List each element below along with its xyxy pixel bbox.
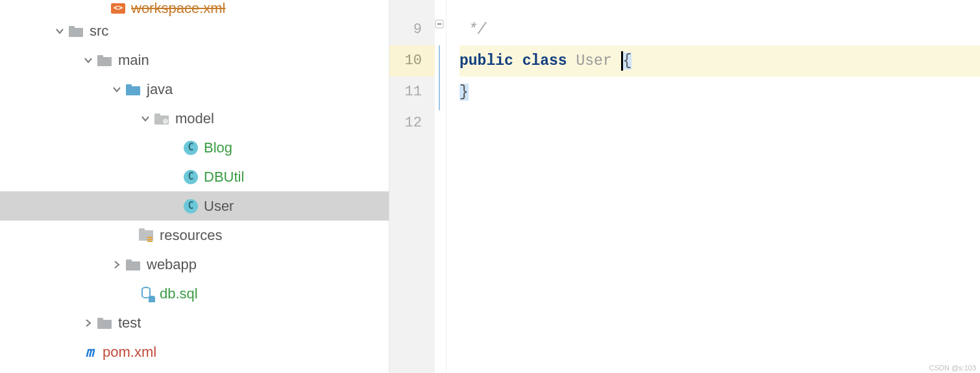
tree-label: db.sql [160, 279, 198, 308]
tree-label: resources [160, 221, 223, 250]
tree-label: DBUtil [204, 162, 244, 191]
fold-line [439, 45, 440, 110]
code-area[interactable]: */ public class User { } [447, 0, 980, 373]
tree-item-webapp[interactable]: webapp [0, 250, 389, 279]
chevron-down-icon[interactable] [139, 112, 152, 125]
java-class-icon: C [183, 140, 199, 156]
java-class-icon: C [183, 199, 199, 214]
tree-item-main[interactable]: main [0, 45, 389, 75]
svg-rect-10 [139, 228, 145, 232]
tree-label: pom.xml [103, 337, 156, 367]
xml-file-icon: <> [110, 1, 126, 16]
tree-label: User [204, 191, 234, 221]
tree-label: Blog [204, 133, 232, 162]
svg-point-8 [163, 119, 168, 124]
chevron-down-icon[interactable] [110, 83, 123, 96]
sql-file-icon [139, 286, 154, 302]
code-line-9[interactable]: */ [459, 14, 980, 45]
line-number: 11 [389, 77, 435, 108]
line-number: 9 [389, 14, 435, 45]
source-folder-icon [126, 82, 141, 97]
fold-strip[interactable] [435, 0, 447, 373]
line-number: 12 [389, 108, 435, 139]
svg-rect-3 [97, 57, 112, 66]
fold-close-icon[interactable] [435, 16, 444, 25]
tree-item-user[interactable]: C User [0, 191, 389, 221]
tree-label: main [118, 45, 149, 75]
chevron-right-icon[interactable] [110, 258, 123, 271]
chevron-down-icon[interactable] [82, 54, 95, 67]
folder-icon [97, 53, 113, 68]
tree-label: model [175, 104, 214, 133]
tree-item-workspace-xml[interactable]: <> workspace.xml [0, 0, 389, 16]
code-line-10[interactable]: public class User { [459, 45, 980, 77]
folder-icon [69, 23, 84, 39]
resources-folder-icon [139, 228, 154, 243]
chevron-down-icon[interactable] [53, 25, 66, 38]
tree-item-test[interactable]: test [0, 308, 389, 337]
tree-item-blog[interactable]: C Blog [0, 133, 389, 162]
package-icon [154, 111, 170, 126]
code-line-11[interactable]: } [459, 77, 980, 108]
tree-label: webapp [147, 250, 197, 279]
watermark: CSDN @s:103 [929, 364, 976, 372]
tree-label: test [118, 308, 141, 337]
tree-item-pom[interactable]: m pom.xml [0, 337, 389, 367]
line-number-gutter: 9 10 11 12 [389, 0, 435, 373]
tree-item-dbutil[interactable]: C DBUtil [0, 162, 389, 191]
svg-rect-5 [126, 86, 140, 95]
tree-item-resources[interactable]: resources [0, 221, 389, 250]
tree-item-src[interactable]: src [0, 16, 389, 45]
chevron-right-icon[interactable] [82, 317, 95, 330]
project-tree[interactable]: <> workspace.xml src main java model C B… [0, 0, 389, 373]
java-class-icon: C [183, 169, 199, 185]
svg-rect-17 [97, 320, 112, 329]
editor[interactable]: 9 10 11 12 */ public class User { } [389, 0, 980, 373]
svg-rect-15 [126, 261, 140, 271]
folder-icon [126, 257, 141, 272]
maven-icon: m [82, 344, 97, 360]
tree-label: src [90, 16, 108, 45]
tree-item-java[interactable]: java [0, 75, 389, 104]
tree-item-model[interactable]: model [0, 104, 389, 133]
code-line-12[interactable] [459, 108, 980, 139]
tree-label: workspace.xml [131, 0, 225, 16]
line-number: 10 [389, 45, 435, 77]
tree-label: java [147, 75, 173, 104]
svg-rect-1 [69, 28, 83, 37]
folder-icon [97, 315, 113, 331]
ide-root: <> workspace.xml src main java model C B… [0, 0, 980, 373]
tree-item-dbsql[interactable]: db.sql [0, 279, 389, 308]
